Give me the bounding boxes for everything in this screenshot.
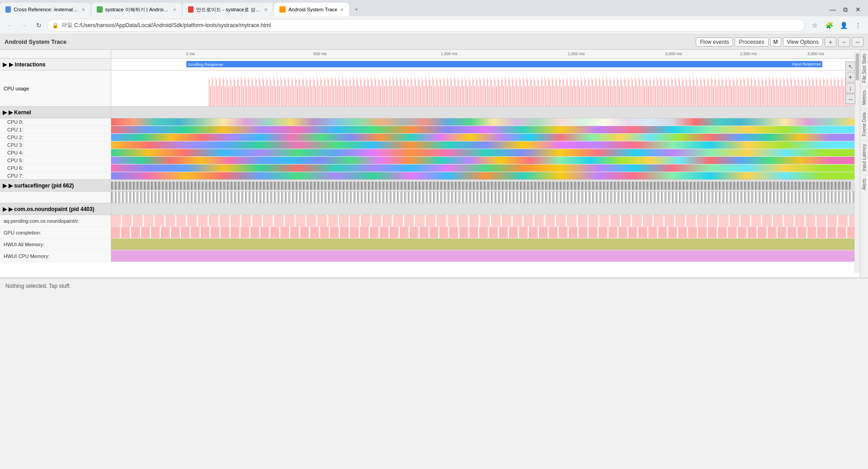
noundopaint-header-content <box>111 203 851 215</box>
back-button[interactable]: ← <box>4 19 16 32</box>
cpu-track-row-5: CPU 5: <box>0 157 860 164</box>
cpu-7-content[interactable] <box>111 172 860 179</box>
ruler-tick-2000ms: 2,000 ms <box>665 52 682 56</box>
cpu-1-content[interactable] <box>111 126 860 133</box>
forward-button[interactable]: → <box>18 19 31 32</box>
tab-title-3: 안드로이드 - systrace로 성능 트... <box>196 6 261 13</box>
nav-bar: ← → ↻ 🔒 파일 ☆ 🧩 👤 ⋮ <box>0 16 868 34</box>
cpu-4-label: CPU 4: <box>0 149 111 156</box>
browser-tab-3[interactable]: 안드로이드 - systrace로 성능 트... ✕ <box>183 3 273 16</box>
aq-track-content[interactable] <box>111 215 860 226</box>
bookmark-button[interactable]: ☆ <box>808 19 821 32</box>
cpu-3-content[interactable] <box>111 141 860 149</box>
tab-bar: Cross Reference: /external/skia:... ✕ sy… <box>0 0 868 16</box>
restore-button[interactable]: ⧉ <box>839 3 852 16</box>
interactions-section-header: ▶ ▶ Interactions Scrolling Response Inpu… <box>0 59 860 70</box>
interactions-label[interactable]: ▶ ▶ Interactions <box>0 59 111 70</box>
ruler-tick-1000ms: 1,000 ms <box>441 52 458 56</box>
surfaceflinger-label[interactable]: ▶ ▶ surfaceflinger (pid 662) <box>0 180 111 191</box>
interactions-bar-area[interactable]: Scrolling Response Input Response <box>111 59 860 70</box>
surfaceflinger-header-content <box>111 180 851 191</box>
processes-button[interactable]: Processes <box>735 38 768 47</box>
surfaceflinger-track-row <box>0 192 860 203</box>
noundopaint-section-header: ▶ ▶ com.os.noundopaint (pid 4403) ✕ <box>0 203 860 215</box>
tab-close-2[interactable]: ✕ <box>173 7 176 12</box>
noundopaint-expand-icon: ▶ <box>3 206 7 212</box>
cpu-6-content[interactable] <box>111 164 860 172</box>
hwui-cpu-track-bar <box>111 250 860 262</box>
m-button[interactable]: M <box>770 38 781 47</box>
cpu-0-content[interactable] <box>111 118 860 126</box>
cpu-2-bar <box>111 134 860 141</box>
zoom-out-button[interactable]: ↓ <box>845 83 855 93</box>
interactions-text: ▶ Interactions <box>9 61 45 68</box>
sidebar-tab-metrics[interactable]: Metrics <box>861 86 868 108</box>
refresh-button[interactable]: ↻ <box>33 19 45 32</box>
zoom-fill-header[interactable]: ↔ <box>852 37 863 47</box>
interaction-bar[interactable]: Scrolling Response Input Response <box>186 61 823 67</box>
cpu-1-bar <box>111 126 860 133</box>
tab-title-4: Android System Trace <box>288 7 337 12</box>
surfaceflinger-track-bar <box>111 192 860 203</box>
kernel-text: ▶ Kernel <box>9 109 31 116</box>
browser-tab-2[interactable]: systrace 이해하기 | Android 도... ✕ <box>91 3 182 16</box>
status-message: Nothing selected. Tap stuff. <box>5 283 71 289</box>
cpu-0-bar <box>111 118 860 126</box>
minimize-button[interactable]: — <box>826 3 839 16</box>
scrollbar-thumb[interactable] <box>856 53 859 80</box>
cpu-track-row-3: CPU 3: <box>0 141 860 149</box>
noundopaint-label[interactable]: ▶ ▶ com.os.noundopaint (pid 4403) <box>0 203 111 215</box>
app-header: Android System Trace Flow events Process… <box>0 34 868 50</box>
tab-close-3[interactable]: ✕ <box>264 7 268 12</box>
sidebar-tab-alerts[interactable]: Alerts <box>861 175 868 194</box>
gpu-track-content[interactable] <box>111 227 860 238</box>
cursor-tool-button[interactable]: ↖ <box>845 61 855 71</box>
ruler-tick-0ms: 0 ms <box>186 52 195 56</box>
app-container: Android System Trace Flow events Process… <box>0 34 868 294</box>
cpu-1-label: CPU 1: <box>0 126 111 133</box>
svg-rect-3 <box>208 70 860 106</box>
interaction-bar-label1: Scrolling Response <box>186 61 225 68</box>
tab-title-1: Cross Reference: /external/skia:... <box>14 7 79 12</box>
hwui-cpu-track-content[interactable] <box>111 250 860 262</box>
tab-close-1[interactable]: ✕ <box>81 7 85 12</box>
tab-close-4[interactable]: ✕ <box>340 7 344 12</box>
sidebar-tab-file-size[interactable]: File Size Stats <box>861 50 868 86</box>
browser-chrome: Cross Reference: /external/skia:... ✕ sy… <box>0 0 868 34</box>
new-tab-button[interactable]: + <box>350 3 363 16</box>
cpu-usage-chart[interactable] <box>111 70 860 106</box>
kernel-label[interactable]: ▶ ▶ Kernel <box>0 107 111 118</box>
sidebar-tab-input-latency[interactable]: Input Latency <box>861 140 868 175</box>
flow-events-button[interactable]: Flow events <box>696 38 733 47</box>
address-bar[interactable]: 🔒 파일 <box>47 19 805 32</box>
cpu-2-content[interactable] <box>111 134 860 141</box>
view-options-button[interactable]: View Options <box>783 38 823 47</box>
user-button[interactable]: 👤 <box>837 19 850 32</box>
cpu-usage-text: CPU usage <box>4 86 29 91</box>
cpu-track-row-0: CPU 0: <box>0 118 860 126</box>
close-button[interactable]: ✕ <box>852 3 864 16</box>
browser-tab-1[interactable]: Cross Reference: /external/skia:... ✕ <box>0 3 90 16</box>
cpu-3-label: CPU 3: <box>0 141 111 149</box>
lock-icon: 🔒 <box>52 22 59 28</box>
surfaceflinger-track-content[interactable] <box>111 192 860 203</box>
zoom-in-header[interactable]: + <box>825 37 836 47</box>
zoom-out-header[interactable]: − <box>838 37 850 47</box>
zoom-in-button[interactable]: + <box>845 72 855 82</box>
cpu-5-content[interactable] <box>111 157 860 164</box>
browser-tab-4[interactable]: Android System Trace ✕ <box>274 3 349 16</box>
ruler-tick-1500ms: 1,500 ms <box>568 52 585 56</box>
cpu-7-bar <box>111 172 860 179</box>
cpu-2-label: CPU 2: <box>0 134 111 141</box>
hwui-all-track-content[interactable] <box>111 239 860 250</box>
address-input[interactable] <box>74 22 800 28</box>
cpu-4-content[interactable] <box>111 149 860 156</box>
extensions-button[interactable]: 🧩 <box>823 19 835 32</box>
interaction-bar-label2: Input Response <box>792 61 821 67</box>
zoom-fit-button[interactable]: ↔ <box>845 94 855 104</box>
tab-favicon-2 <box>97 6 103 13</box>
tab-title-2: systrace 이해하기 | Android 도... <box>105 6 170 13</box>
sidebar-tab-frame-data[interactable]: Frame Data <box>861 108 868 140</box>
menu-button[interactable]: ⋮ <box>852 19 864 32</box>
cpu-7-label: CPU 7: <box>0 172 111 179</box>
